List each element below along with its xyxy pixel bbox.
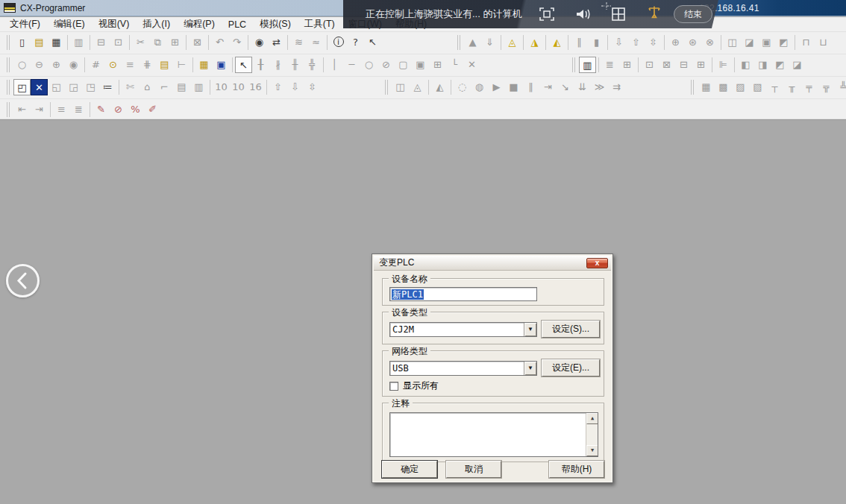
line-connect-icon[interactable]: └ (446, 57, 463, 73)
timing-5-icon[interactable]: ╩ (835, 79, 846, 95)
float-window-icon[interactable]: ◰ (13, 79, 31, 95)
menu-item-simulate[interactable]: 模拟(S) (253, 16, 298, 32)
timing-2-icon[interactable]: ╥ (783, 79, 800, 95)
force-off-icon[interactable]: ⊠ (658, 57, 675, 73)
partial-transfer-3-icon[interactable]: ⊗ (701, 34, 718, 51)
online-check-warning-icon[interactable]: ◬ (504, 34, 521, 51)
indent-right-icon[interactable]: ⇥ (31, 101, 48, 118)
resume-hand-icon[interactable]: ◍ (471, 79, 488, 95)
rung-style-3-icon[interactable]: ▨ (732, 79, 749, 95)
end-session-button[interactable]: 结束 (674, 5, 712, 23)
force-set-icon[interactable]: ✎ (93, 101, 110, 118)
copy-icon[interactable]: ⧉ (149, 34, 166, 51)
menu-item-insert[interactable]: 插入(I) (136, 16, 177, 32)
network-type-dropdown-button[interactable]: ▼ (524, 362, 536, 375)
instruction-box-icon[interactable]: ▢ (395, 57, 412, 73)
settings-table-icon[interactable]: ⊞ (618, 57, 636, 73)
force-on-icon[interactable]: ⊡ (641, 57, 658, 73)
toolbar-drag-handle[interactable] (572, 57, 575, 72)
speaker-icon[interactable] (574, 7, 591, 22)
upload-program-icon[interactable]: ⇧ (269, 79, 286, 95)
toolbar-drag-handle[interactable] (385, 80, 388, 95)
cancel-button[interactable]: 取消 (446, 461, 501, 478)
ci-window-icon[interactable]: ▣ (213, 57, 230, 73)
debug-mode-icon[interactable]: ◩ (775, 34, 792, 51)
window-layout-2-icon[interactable]: ◨ (754, 57, 771, 73)
pause-icon[interactable]: ‖ (571, 34, 588, 51)
verify-program-icon[interactable]: ⇳ (304, 79, 321, 95)
watch-window-icon[interactable]: ◳ (82, 79, 99, 95)
monitor-mode-icon[interactable]: ◪ (741, 34, 758, 51)
menu-item-tools[interactable]: 工具(T) (298, 16, 342, 32)
set-value-icon[interactable]: ⊟ (675, 57, 692, 73)
gold-tool-icon[interactable] (646, 4, 662, 19)
device-type-dropdown-button[interactable]: ▼ (524, 323, 536, 336)
coil-nc-icon[interactable]: ⊘ (377, 57, 395, 73)
zoom-out-icon[interactable]: ⊖ (31, 57, 48, 73)
print-preview-icon[interactable]: ⊡ (110, 34, 127, 51)
monitor-data-icon[interactable]: ◭ (431, 79, 448, 95)
hammer-tool-icon[interactable]: ✕ (31, 79, 48, 95)
toolbar-drag-handle[interactable] (7, 35, 10, 50)
rung-style-4-icon[interactable]: ▧ (749, 79, 766, 95)
function-block-icon[interactable]: ⊞ (429, 57, 446, 73)
force-reset-icon[interactable]: ⊘ (110, 101, 127, 118)
scroll-down-button[interactable]: ▼ (586, 445, 598, 456)
contact-no-icon[interactable]: ╂ (252, 57, 269, 73)
device-type-settings-button[interactable]: 设定(S)... (542, 321, 600, 338)
or-contact-nc-icon[interactable]: ╬ (304, 57, 321, 73)
menu-item-program[interactable]: 编程(P) (177, 16, 222, 32)
zoom-fit-icon[interactable]: ○ (13, 57, 31, 73)
ok-button[interactable]: 确定 (382, 461, 437, 478)
horizontal-line-icon[interactable]: ─ (343, 57, 360, 73)
properties-icon[interactable]: ≔ (99, 79, 116, 95)
toolbar-drag-handle[interactable] (7, 102, 10, 117)
watch-tree-icon[interactable]: ⊫ (715, 57, 732, 73)
help-icon[interactable]: ? (347, 34, 364, 51)
timing-3-icon[interactable]: ╤ (800, 79, 818, 95)
coil-icon[interactable]: ○ (360, 57, 377, 73)
info-view-icon[interactable]: ▤ (173, 79, 190, 95)
pause-monitor-icon[interactable]: ▮ (588, 34, 605, 51)
download-program-icon[interactable]: ⇩ (286, 79, 304, 95)
scroll-up-button[interactable]: ▲ (586, 413, 598, 424)
window-layout-4-icon[interactable]: ◪ (789, 57, 806, 73)
replace-icon[interactable]: ⇄ (268, 34, 285, 51)
transfer-from-plc-icon[interactable]: ⇧ (627, 34, 645, 51)
find-report-icon[interactable]: ▥ (70, 34, 87, 51)
base-hex-icon[interactable]: 16 (247, 79, 264, 95)
save-file-icon[interactable]: ▦ (48, 34, 65, 51)
fullscreen-icon[interactable] (539, 7, 555, 22)
toolbar-drag-handle[interactable] (7, 80, 10, 95)
work-online-icon[interactable]: ◫ (724, 34, 741, 51)
step-run-icon[interactable]: ⊓ (798, 34, 815, 51)
rung-style-1-icon[interactable]: ▦ (698, 79, 715, 95)
fast-forward-icon[interactable]: ≫ (591, 79, 608, 95)
context-help-icon[interactable]: ↖ (364, 34, 381, 51)
indent-left-icon[interactable]: ⇤ (13, 101, 31, 118)
or-contact-no-icon[interactable]: ╫ (286, 57, 304, 73)
step-out-icon[interactable]: ⇊ (574, 79, 591, 95)
continuous-step-icon[interactable]: ⊔ (815, 34, 832, 51)
zoom-in-icon[interactable]: ⊕ (48, 57, 65, 73)
watch-sheet-2-icon[interactable]: ◬ (409, 79, 426, 95)
step-next-icon[interactable]: ⇥ (539, 79, 557, 95)
force-toggle-icon[interactable]: % (127, 101, 144, 118)
show-all-checkbox[interactable] (389, 382, 398, 391)
sim-play-icon[interactable]: ▶ (488, 79, 505, 95)
rung-shortcut-icon[interactable]: ⋕ (139, 57, 156, 73)
menu-item-edit[interactable]: 编辑(E) (47, 16, 92, 32)
grid-icon[interactable] (610, 7, 627, 22)
open-file-icon[interactable]: ▤ (31, 34, 48, 51)
replace-in-project-icon[interactable]: ≋ (290, 34, 307, 51)
sim-pause-icon[interactable]: ‖ (522, 79, 539, 95)
program-mode-icon[interactable]: ▣ (758, 34, 775, 51)
comment-textarea[interactable]: ▲ ▼ (389, 412, 598, 457)
run-to-end-icon[interactable]: ⇉ (608, 79, 625, 95)
compile-all-icon[interactable]: ⇓ (481, 34, 498, 51)
step-in-icon[interactable]: ↘ (557, 79, 574, 95)
timing-4-icon[interactable]: ╦ (818, 79, 835, 95)
address-replace-icon[interactable]: ≈ (307, 34, 325, 51)
network-type-settings-button[interactable]: 设定(E)... (542, 359, 600, 377)
vertical-line-icon[interactable]: │ (326, 57, 343, 73)
